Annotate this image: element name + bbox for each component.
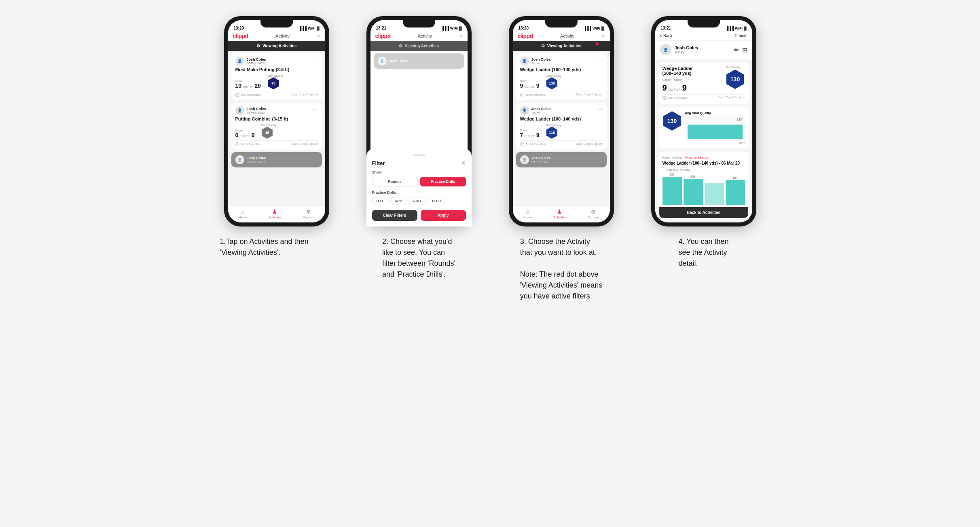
card-dots-2[interactable]: ··· bbox=[313, 106, 318, 112]
activities-icon-3: ♟ bbox=[557, 208, 562, 215]
back-button[interactable]: < Back bbox=[660, 34, 673, 38]
card-header-2: 👤 Josh Coles 28 Feb 2023 ··· bbox=[235, 106, 318, 115]
cancel-button[interactable]: Cancel bbox=[734, 34, 747, 38]
viewing-bar-3[interactable]: ⚙ Viewing Activities bbox=[513, 41, 610, 51]
phone-col-4: 13:21 ▐▐▐ WiFi ▓ < Back Cancel 👤 bbox=[639, 16, 768, 302]
bar-fill-4 bbox=[726, 180, 745, 205]
dimmed-user-3: 👤 Josh Coles 28 Feb 2023 bbox=[520, 155, 603, 164]
hexagon-2: 45 bbox=[261, 127, 273, 139]
notch-4 bbox=[688, 20, 720, 28]
expand-icon[interactable]: ⊞ bbox=[742, 46, 747, 54]
user-info-1: 👤 Josh Coles 28 Feb 2023 bbox=[235, 57, 266, 66]
battery-icon-2: ▓ bbox=[459, 26, 462, 30]
card-dots-3-1[interactable]: ··· bbox=[598, 57, 603, 62]
pill-app[interactable]: APP bbox=[390, 197, 407, 205]
footer-right-3-1: Data: Clippd Capture bbox=[576, 93, 602, 97]
info-icon-3-2: ℹ bbox=[520, 142, 524, 146]
user-date-3-2: Today bbox=[531, 111, 551, 114]
detail-user-date: Today bbox=[675, 50, 698, 54]
avatar-3-2: 👤 bbox=[520, 106, 529, 115]
clear-filters-button[interactable]: Clear Filters bbox=[372, 210, 417, 221]
stat-sq-3-2: Shot Quality 118 bbox=[546, 124, 561, 139]
status-icons-2: ▐▐▐ WiFi ▓ bbox=[441, 26, 462, 30]
card-header-1: 👤 Josh Coles 28 Feb 2023 ··· bbox=[235, 57, 318, 66]
bar-3 bbox=[705, 182, 724, 205]
stat-sq-2: Shot Quality 45 bbox=[261, 124, 276, 139]
activity-card-3-2[interactable]: 👤 Josh Coles Today ··· Wedge Ladder (100… bbox=[516, 103, 607, 150]
stat-score-3-2: Score 7 OUT OF 9 bbox=[520, 129, 540, 139]
nav-activities-1[interactable]: ♟ Activities bbox=[269, 208, 282, 219]
activities-icon-1: ♟ bbox=[272, 208, 277, 215]
nav-activities-3[interactable]: ♟ Activities bbox=[553, 208, 566, 219]
app-header-1: clippd Activity ≡ bbox=[228, 31, 325, 41]
filter-pill-row: OTT APP ARG PUTT bbox=[372, 197, 466, 205]
viewing-bar-1[interactable]: ⚙ Viewing Activities bbox=[228, 41, 325, 51]
back-to-activities-button[interactable]: Back to Activities bbox=[659, 207, 748, 218]
detail-hexagon: 130 bbox=[726, 70, 745, 89]
card-footer-2: ℹ Test Information Data: Clippd Capture bbox=[235, 140, 318, 146]
filter-actions: Clear Filters Apply bbox=[372, 210, 466, 221]
app-header-3: clippd Activity ≡ bbox=[513, 31, 610, 41]
detail-shots-val: 9 bbox=[682, 83, 687, 93]
nav-capture-3[interactable]: ⊕ Capture bbox=[588, 208, 599, 219]
logo-1: clippd bbox=[233, 33, 248, 39]
notch-3 bbox=[545, 20, 578, 28]
chart-x-label: APP bbox=[685, 142, 745, 144]
activity-card-2[interactable]: 👤 Josh Coles 28 Feb 2023 ··· Putting Com… bbox=[231, 103, 322, 150]
status-icons-3: ▐▐▐ WiFi ▓ bbox=[584, 26, 604, 30]
header-activity-3: Activity bbox=[560, 34, 574, 38]
activity-card-3-1[interactable]: 👤 Josh Coles Today ··· Wedge Ladder (100… bbox=[516, 53, 607, 100]
nav-home-1[interactable]: ⌂ Home bbox=[239, 208, 247, 219]
bar-1: 132 bbox=[663, 173, 682, 205]
chart-top-label: 130 bbox=[737, 118, 742, 121]
dimmed-card-1: 👤 Josh Coles 28 Feb 2023 bbox=[231, 152, 322, 167]
pill-ott[interactable]: OTT bbox=[372, 197, 388, 205]
status-icons-1: ▐▐▐ WiFi ▓ bbox=[299, 26, 320, 30]
signal-icon-2: ▐▐▐ bbox=[441, 26, 449, 30]
practice-session-card: Player Activity · Practice Session Wedge… bbox=[658, 152, 749, 219]
signal-icon-3: ▐▐▐ bbox=[584, 26, 591, 30]
pill-arg[interactable]: ARG bbox=[409, 197, 425, 205]
info-icon-1: ℹ bbox=[235, 93, 239, 97]
edit-icon[interactable]: ✏ bbox=[734, 46, 739, 54]
capture-icon-3: ⊕ bbox=[591, 208, 596, 215]
card-dots-1[interactable]: ··· bbox=[313, 57, 318, 62]
apply-button[interactable]: Apply bbox=[421, 210, 466, 221]
nav-capture-1[interactable]: ⊕ Capture bbox=[303, 208, 314, 219]
stats-row-3-2: Score 7 OUT OF 9 Shot Quality 118 bbox=[520, 124, 603, 139]
detail-sq-title: Shot Quality bbox=[726, 66, 745, 69]
bar-chart: 132 129 12 bbox=[663, 173, 745, 205]
hamburger-1[interactable]: ≡ bbox=[317, 33, 320, 39]
bar-2: 129 bbox=[684, 175, 703, 205]
battery-icon: ▓ bbox=[317, 26, 320, 30]
card-dots-3-2[interactable]: ··· bbox=[598, 106, 603, 112]
footer-left-3-1: ℹ Test Information bbox=[520, 93, 546, 97]
filter-close-icon[interactable]: ✕ bbox=[461, 160, 466, 166]
dimmed-name-1: Josh Coles bbox=[247, 156, 266, 160]
practice-drills-toggle[interactable]: Practice Drills bbox=[420, 177, 466, 186]
activity-title-3-1: Wedge Ladder (100–140 yds) bbox=[520, 67, 603, 72]
detail-main-card: Wedge Ladder(100–140 yds) Score Shots 9 … bbox=[658, 62, 749, 104]
bar-fill-2 bbox=[684, 179, 703, 205]
viewing-bar-2-dimmed: ⚙ Viewing Activities bbox=[370, 41, 468, 51]
red-dot-3 bbox=[596, 42, 599, 45]
header-activity-1: Activity bbox=[275, 34, 290, 38]
user-name-3-1: Josh Coles bbox=[531, 57, 551, 61]
avg-label: --- Avg Shot Quality bbox=[663, 168, 745, 171]
wifi-icon-2: WiFi bbox=[450, 26, 458, 30]
activity-card-1[interactable]: 👤 Josh Coles 28 Feb 2023 ··· Must Make P… bbox=[231, 53, 322, 100]
pill-putt[interactable]: PUTT bbox=[428, 197, 446, 205]
rounds-toggle[interactable]: Rounds bbox=[372, 177, 418, 186]
nav-home-3[interactable]: ⌂ Home bbox=[523, 208, 532, 219]
activity-title-3-2: Wedge Ladder (100–140 yds) bbox=[520, 116, 603, 121]
activity-title-2: Putting Combine (3-15 ft) bbox=[235, 116, 318, 121]
detail-user-info: 👤 Josh Coles Today bbox=[660, 44, 698, 55]
scroll-area-1: 👤 Josh Coles 28 Feb 2023 ··· Must Make P… bbox=[228, 51, 325, 205]
hamburger-3[interactable]: ≡ bbox=[601, 33, 605, 39]
hamburger-2[interactable]: ≡ bbox=[459, 33, 462, 39]
phone-col-3: 13:20 ▐▐▐ WiFi ▓ clippd Activity ≡ ⚙ V bbox=[497, 16, 626, 302]
detail-user-row: 👤 Josh Coles Today ✏ ⊞ bbox=[655, 41, 752, 59]
dimmed-card-3: 👤 Josh Coles 28 Feb 2023 bbox=[516, 152, 607, 167]
practice-session-link: Practice Session bbox=[685, 156, 709, 159]
bg-avatar-2: 👤 bbox=[378, 57, 387, 66]
